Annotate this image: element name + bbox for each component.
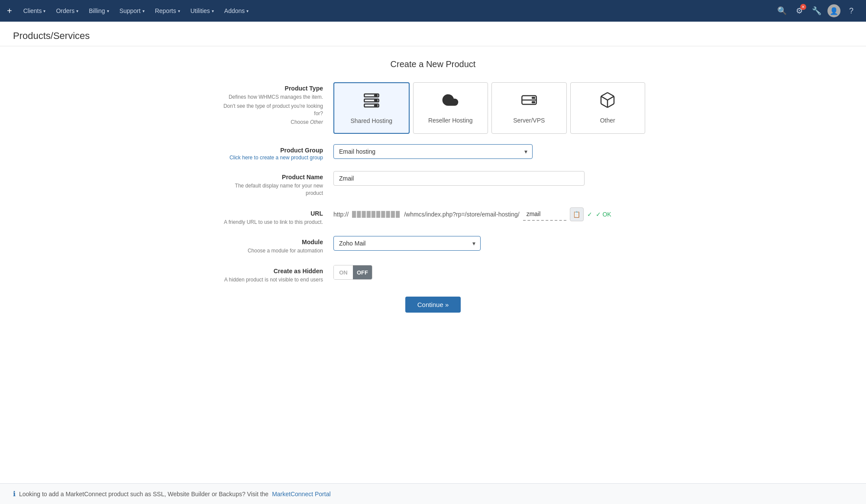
search-icon: 🔍 <box>777 6 787 16</box>
hidden-toggle[interactable]: ON OFF <box>333 265 372 280</box>
module-label-col: Module Choose a module for automation <box>221 236 333 255</box>
hidden-control: ON OFF <box>333 265 645 280</box>
toggle-wrapper: ON OFF <box>333 265 645 280</box>
notification-badge: ✕ <box>800 4 806 10</box>
url-label-col: URL A friendly URL to use to link to thi… <box>221 207 333 226</box>
svg-point-12 <box>532 97 533 99</box>
card-shared-hosting[interactable]: Shared Hosting <box>333 82 410 134</box>
module-control: Zoho Mail None cPanel Plesk <box>333 236 645 251</box>
toggle-on-label: ON <box>334 265 353 279</box>
wrench-button[interactable]: 🔧 <box>809 3 824 19</box>
url-slug-input[interactable] <box>523 208 566 221</box>
create-product-group-link[interactable]: Click here to create a new product group <box>229 155 323 161</box>
card-server-vps[interactable]: Server/VPS <box>491 82 567 134</box>
nav-label-support: Support <box>120 7 141 14</box>
help-button[interactable]: ? <box>843 3 859 19</box>
navbar-brand[interactable]: + <box>7 6 12 16</box>
other-italic: Other <box>310 119 323 125</box>
check-icon: ✓ <box>587 211 592 218</box>
product-type-grid: Shared Hosting Reseller Hosting <box>333 82 645 134</box>
product-group-control: Email hosting Web Hosting Reseller Hosti… <box>333 144 645 159</box>
card-other[interactable]: Other <box>570 82 646 134</box>
nav-item-reports[interactable]: Reports ▾ <box>151 0 184 22</box>
nav-label-billing: Billing <box>89 7 105 14</box>
product-group-select-wrapper: Email hosting Web Hosting Reseller Hosti… <box>333 144 533 159</box>
hidden-row: Create as Hidden A hidden product is not… <box>221 265 645 284</box>
nav-item-billing[interactable]: Billing ▾ <box>84 0 113 22</box>
nav-item-addons[interactable]: Addons ▾ <box>220 0 253 22</box>
nav-label-orders: Orders <box>56 7 74 14</box>
page-wrapper: Products/Services Create a New Product P… <box>0 22 866 504</box>
settings-button[interactable]: ⚙ ✕ <box>792 3 807 19</box>
svg-point-8 <box>375 105 376 106</box>
marketconnect-link[interactable]: MarketConnect Portal <box>272 491 330 498</box>
url-row: http:// ██████████ /whmcs/index.php?rp=/… <box>333 207 645 221</box>
module-select-wrapper: Zoho Mail None cPanel Plesk <box>333 236 481 251</box>
product-type-sub1: Defines how WHMCS manages the item. <box>221 94 323 101</box>
module-row: Module Choose a module for automation Zo… <box>221 236 645 255</box>
server-stack-icon <box>362 92 381 113</box>
nav-item-support[interactable]: Support ▾ <box>115 0 149 22</box>
module-select[interactable]: Zoho Mail None cPanel Plesk <box>333 236 481 251</box>
card-reseller-hosting-label: Reseller Hosting <box>428 117 473 124</box>
svg-point-2 <box>375 95 376 96</box>
product-group-row: Product Group Click here to create a new… <box>221 144 645 161</box>
cloud-icon <box>441 91 460 113</box>
module-sub: Choose a module for automation <box>221 247 323 255</box>
main-content: Create a New Product Product Type Define… <box>195 46 671 326</box>
hidden-label: Create as Hidden <box>221 268 323 275</box>
nav-item-utilities[interactable]: Utilities ▾ <box>186 0 218 22</box>
url-copy-button[interactable]: 📋 <box>570 207 584 221</box>
product-group-label-col: Product Group Click here to create a new… <box>221 144 333 161</box>
info-icon: ℹ <box>13 490 16 498</box>
footer-banner: ℹ Looking to add a MarketConnect product… <box>0 483 866 504</box>
server-icon <box>520 91 539 113</box>
url-prefix: http:// <box>333 211 349 218</box>
page-header: Products/Services <box>0 22 866 46</box>
card-shared-hosting-label: Shared Hosting <box>350 117 392 124</box>
nav-label-utilities: Utilities <box>191 7 210 14</box>
nav-item-clients[interactable]: Clients ▾ <box>19 0 50 22</box>
product-type-sub2: Don't see the type of product you're loo… <box>221 103 323 117</box>
url-status: ✓ ✓ OK <box>587 211 611 218</box>
url-row-outer: URL A friendly URL to use to link to thi… <box>221 207 645 226</box>
search-button[interactable]: 🔍 <box>774 3 790 19</box>
nav-label-addons: Addons <box>224 7 245 14</box>
hidden-sub: A hidden product is not visible to end u… <box>221 276 323 284</box>
svg-point-5 <box>375 100 376 101</box>
chevron-down-icon-utilities: ▾ <box>212 9 214 13</box>
product-name-control <box>333 171 645 186</box>
product-name-input[interactable] <box>333 171 585 186</box>
product-group-select[interactable]: Email hosting Web Hosting Reseller Hosti… <box>333 144 533 159</box>
product-type-cards: Shared Hosting Reseller Hosting <box>333 82 645 134</box>
product-group-label: Product Group <box>221 147 323 154</box>
product-type-label: Product Type <box>221 85 323 92</box>
url-sub: A friendly URL to use to link to this pr… <box>221 219 323 226</box>
product-name-row: Product Name The default display name fo… <box>221 171 645 197</box>
chevron-down-icon-addons: ▾ <box>246 9 249 13</box>
footer-text: Looking to add a MarketConnect product s… <box>19 491 268 498</box>
chevron-down-icon-orders: ▾ <box>76 9 78 13</box>
continue-button[interactable]: Continue » <box>405 297 461 313</box>
copy-icon: 📋 <box>573 211 580 218</box>
nav-item-orders[interactable]: Orders ▾ <box>52 0 83 22</box>
chevron-down-icon-support: ▾ <box>142 9 145 13</box>
product-name-input-wrapper <box>333 171 585 186</box>
chevron-down-icon-reports: ▾ <box>178 9 180 13</box>
wrench-icon: 🔧 <box>812 6 821 16</box>
chevron-down-icon-billing: ▾ <box>107 9 109 13</box>
avatar-button[interactable]: 👤 <box>826 3 842 19</box>
toggle-off-label: OFF <box>353 265 372 279</box>
card-server-vps-label: Server/VPS <box>513 117 545 124</box>
product-name-label: Product Name <box>221 174 323 181</box>
product-type-row: Product Type Defines how WHMCS manages t… <box>221 82 645 134</box>
product-type-label-col: Product Type Defines how WHMCS manages t… <box>221 82 333 126</box>
box-icon <box>598 91 617 113</box>
chevron-down-icon-clients: ▾ <box>43 9 45 13</box>
card-reseller-hosting[interactable]: Reseller Hosting <box>413 82 488 134</box>
question-icon: ? <box>849 6 853 16</box>
svg-point-14 <box>532 102 533 103</box>
product-type-sub3: Choose Other <box>221 119 323 126</box>
product-name-sub: The default display name for your new pr… <box>221 182 323 197</box>
page-title: Products/Services <box>13 30 853 42</box>
